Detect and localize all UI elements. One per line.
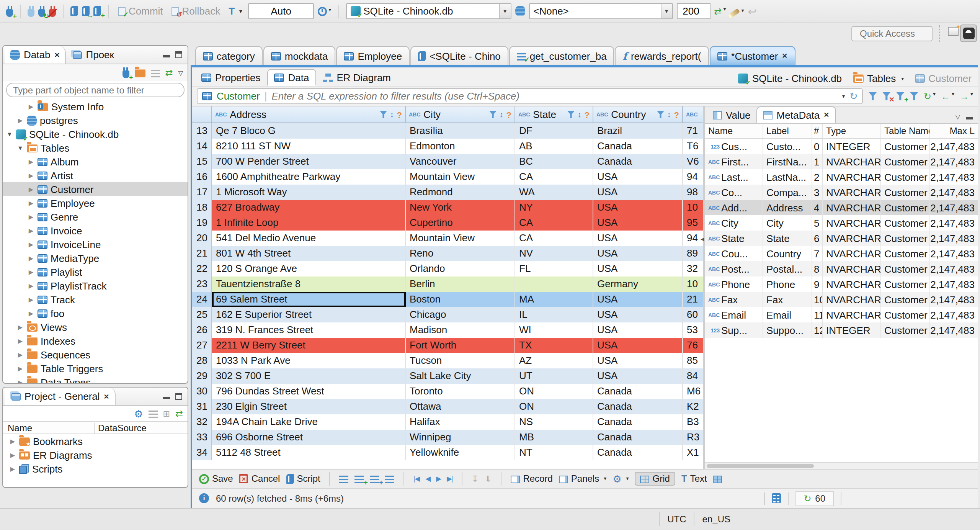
- tree-expand-arrow[interactable]: ▶: [28, 227, 34, 234]
- search-metadata-button[interactable]: ▾: [730, 7, 744, 15]
- cell-state[interactable]: ON: [515, 384, 593, 399]
- expand-icon[interactable]: ⊞: [163, 409, 170, 419]
- meta-type-cell[interactable]: INTEGER: [823, 322, 881, 338]
- cell-postal[interactable]: M6: [683, 384, 703, 399]
- cell-city[interactable]: Edmonton: [406, 139, 515, 154]
- rollback-button[interactable]: ↺ Rollback: [169, 5, 223, 18]
- table-row[interactable]: 19 1 Infinite Loop Cupertino CA USA 95: [192, 215, 703, 231]
- cell-address[interactable]: 8210 111 ST NW: [212, 139, 406, 154]
- meta-table-cell[interactable]: Customer: [881, 215, 930, 231]
- cell-postal[interactable]: 98: [683, 185, 703, 200]
- row-number-cell[interactable]: 31: [192, 399, 212, 414]
- metadata-row[interactable]: ABCAdd... Address 4 NVARCHAR Customer 2,…: [705, 200, 978, 215]
- cell-state[interactable]: UT: [515, 368, 593, 384]
- cell-city[interactable]: Winnipeg: [406, 430, 515, 445]
- cell-country[interactable]: USA: [593, 292, 683, 307]
- cell-city[interactable]: Fort Worth: [406, 338, 515, 353]
- cell-country[interactable]: Canada: [593, 154, 683, 169]
- object-filter-input[interactable]: [6, 83, 185, 97]
- cell-state[interactable]: NV: [515, 246, 593, 261]
- cell-address[interactable]: 194A Chain Lake Drive: [212, 414, 406, 430]
- meta-table-cell[interactable]: Customer: [881, 169, 930, 185]
- meta-type-cell[interactable]: NVARCHAR: [823, 200, 881, 215]
- table-row[interactable]: 26 319 N. Frances Street Madison WI USA …: [192, 322, 703, 338]
- cell-city[interactable]: Yellowknife: [406, 445, 515, 460]
- cell-state[interactable]: MA: [515, 292, 593, 307]
- tree-item[interactable]: ▶ Artist: [3, 168, 188, 182]
- cell-country[interactable]: USA: [593, 368, 683, 384]
- meta-name-cell[interactable]: ABCPost...: [705, 261, 763, 276]
- meta-maxlength-cell[interactable]: 2,147,483: [930, 185, 978, 200]
- cell-country[interactable]: USA: [593, 185, 683, 200]
- cell-state[interactable]: WI: [515, 322, 593, 338]
- cell-country[interactable]: Canada: [593, 139, 683, 154]
- panels-button[interactable]: Panels▾: [559, 473, 606, 484]
- transaction-log-button[interactable]: ▾: [318, 7, 331, 16]
- cell-address[interactable]: 696 Osborne Street: [212, 430, 406, 445]
- column-header-ordinal[interactable]: #: [812, 124, 823, 138]
- meta-name-cell[interactable]: ABCAdd...: [705, 200, 763, 215]
- delete-row-icon[interactable]: [385, 476, 395, 483]
- tree-item[interactable]: ▶ Views: [3, 320, 188, 334]
- view-menu-icon[interactable]: ▽: [178, 69, 183, 76]
- open-perspective-icon[interactable]: [948, 27, 959, 36]
- cell-postal[interactable]: 10: [683, 200, 703, 215]
- tree-item[interactable]: ▶ MediaType: [3, 251, 188, 265]
- table-row[interactable]: 18 627 Broadway New York NY USA 10: [192, 200, 703, 215]
- meta-type-cell[interactable]: NVARCHAR: [823, 215, 881, 231]
- meta-maxlength-cell[interactable]: 2,147,483: [930, 246, 978, 261]
- column-sort-icon[interactable]: ↕: [667, 110, 671, 119]
- tree-item[interactable]: ▶ Track: [3, 293, 188, 306]
- cell-state[interactable]: TX: [515, 338, 593, 353]
- meta-name-cell[interactable]: 123Sup...: [705, 322, 763, 338]
- cell-state[interactable]: CA: [515, 231, 593, 246]
- close-icon[interactable]: ✕: [823, 111, 829, 119]
- cell-city[interactable]: Mountain View: [406, 169, 515, 185]
- grid-options-icon[interactable]: [713, 475, 722, 483]
- meta-ordinal-cell[interactable]: 2: [812, 169, 823, 185]
- cell-postal[interactable]: 89: [683, 246, 703, 261]
- row-number-cell[interactable]: 32: [192, 414, 212, 430]
- table-row[interactable]: 33 696 Osborne Street Winnipeg MB Canada…: [192, 430, 703, 445]
- cell-city[interactable]: Ottawa: [406, 399, 515, 414]
- meta-ordinal-cell[interactable]: 9: [812, 276, 823, 292]
- project-item[interactable]: ▶ Bookmarks: [3, 434, 188, 448]
- cell-state[interactable]: NY: [515, 200, 593, 215]
- cell-state[interactable]: IL: [515, 307, 593, 322]
- cell-city[interactable]: Vancouver: [406, 154, 515, 169]
- column-header-type[interactable]: Type: [823, 124, 881, 138]
- meta-ordinal-cell[interactable]: 6: [812, 231, 823, 246]
- column-header-name[interactable]: Name: [3, 422, 95, 433]
- cell-city[interactable]: Halifax: [406, 414, 515, 430]
- editor-tab[interactable]: ✓ get_customer_ba: [509, 46, 614, 65]
- tree-expand-arrow[interactable]: ▶: [17, 379, 24, 383]
- combo-dropdown-arrow[interactable]: ▼: [660, 4, 672, 18]
- tree-expand-arrow[interactable]: ▶: [28, 282, 34, 289]
- tab-project-general[interactable]: Project - General ✕: [5, 388, 116, 405]
- meta-table-cell[interactable]: Customer: [881, 322, 930, 338]
- column-help-icon[interactable]: ?: [506, 110, 511, 119]
- tree-expand-arrow[interactable]: ▶: [9, 451, 16, 458]
- cell-city[interactable]: Brasília: [406, 123, 515, 139]
- editor-tab[interactable]: *Customer ✕: [709, 46, 795, 65]
- table-row[interactable]: 16 1600 Amphitheatre Parkway Mountain Vi…: [192, 169, 703, 185]
- project-item[interactable]: ▶ ER Diagrams: [3, 448, 188, 462]
- cell-address[interactable]: 1600 Amphitheatre Parkway: [212, 169, 406, 185]
- cell-state[interactable]: NS: [515, 414, 593, 430]
- row-number-cell[interactable]: 23: [192, 276, 212, 292]
- table-row[interactable]: 28 1033 N Park Ave Tucson AZ USA 85: [192, 353, 703, 368]
- cell-country[interactable]: USA: [593, 353, 683, 368]
- meta-ordinal-cell[interactable]: 8: [812, 261, 823, 276]
- tree-item[interactable]: ▶ Invoice: [3, 224, 188, 237]
- cell-address[interactable]: 801 W 4th Street: [212, 246, 406, 261]
- tree-item[interactable]: ▶ Employee: [3, 196, 188, 210]
- tab-projects[interactable]: Проек: [66, 46, 119, 64]
- table-row[interactable]: 22 120 S Orange Ave Orlando FL USA 32: [192, 261, 703, 276]
- maximize-icon[interactable]: [175, 51, 182, 58]
- settings-button[interactable]: ⚙▾: [612, 474, 629, 484]
- meta-name-cell[interactable]: ABCCou...: [705, 246, 763, 261]
- collapse-all-icon[interactable]: [151, 70, 160, 77]
- meta-table-cell[interactable]: Customer: [881, 139, 930, 154]
- meta-type-cell[interactable]: NVARCHAR: [823, 154, 881, 169]
- table-row[interactable]: 15 700 W Pender Street Vancouver BC Cana…: [192, 154, 703, 169]
